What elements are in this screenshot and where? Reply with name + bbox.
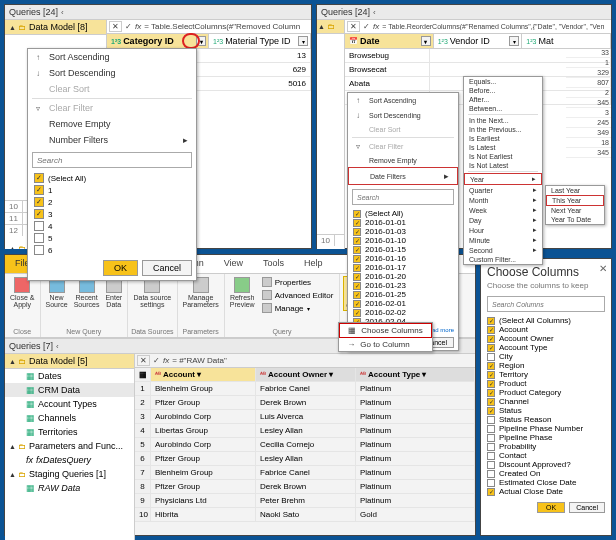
choose-columns-item[interactable]: ▦Choose Columns [339,323,432,338]
column-item[interactable]: Contact [487,451,605,460]
filter-item[interactable]: ✓2016-01-25 [352,290,454,299]
data-model-folder[interactable]: ▲🗀Data Model [8] [5,20,106,35]
filter-item[interactable]: ✓2016-01-03 [352,227,454,236]
column-item[interactable]: ✓Territory [487,370,605,379]
formula-bar[interactable]: ✕✓fx= #"RAW Data" [135,354,475,368]
table-row[interactable]: 10HibritaNaoki SatoGold [135,508,475,522]
chevron-left-icon[interactable]: ‹ [56,342,59,351]
close-icon[interactable]: ✕ [109,21,122,32]
filter-item[interactable]: ✓2016-01-01 [352,218,454,227]
table-row[interactable]: 2Pfizer GroupDerek BrownPlatinum [135,396,475,410]
column-mat[interactable]: 1²3Mat [522,34,611,48]
formula-bar[interactable]: ✕✓fx= Table.ReorderColumns(#"Renamed Col… [345,20,611,34]
advanced-editor-btn[interactable]: Advanced Editor [259,289,337,301]
filter-search[interactable] [352,189,454,205]
query-channels[interactable]: ▦Channels [5,411,134,425]
date-filters[interactable]: Date Filters▸ [348,167,458,185]
clear-sort[interactable]: Clear Sort [28,81,196,97]
filter-item[interactable]: ✓2016-02-01 [352,299,454,308]
table-row[interactable]: 6Pfizer GroupLesley AllanPlatinum [135,452,475,466]
raw-data-query[interactable]: ▦RAW Data [5,481,134,495]
year-year-to-date[interactable]: Year To Date [546,215,604,224]
filter-item[interactable]: ✓2016-01-15 [352,245,454,254]
fx-dates-query[interactable]: fxfxDatesQuery [5,453,134,467]
col-type[interactable]: ᴬᴮAccount Type▾ [356,368,475,381]
sort-desc[interactable]: ↓Sort Descending [348,108,458,123]
go-to-column-item[interactable]: →Go to Column [339,338,432,351]
date-filter-hour[interactable]: Hour▸ [464,225,542,235]
number-filters[interactable]: Number Filters▸ [28,132,196,148]
filter-dropdown-icon[interactable]: ▾ [196,36,206,46]
table-row[interactable]: 4Libertas GroupLesley AllanPlatinum [135,424,475,438]
table-row[interactable]: 5Aurobindo CorpCecilia CornejoPlatinum [135,438,475,452]
year-last-year[interactable]: Last Year [546,186,604,195]
table-row[interactable]: 1Blenheim GroupFabrice CanelPlatinum [135,382,475,396]
cancel-button[interactable]: Cancel [569,502,605,513]
column-date[interactable]: 📅Date▾ [345,34,434,48]
staging-folder[interactable]: ▲🗀Staging Queries [1] [5,467,134,481]
formula-bar[interactable]: ✕✓fx= Table.SelectColumns(#"Removed Colu… [107,20,311,34]
column-item[interactable]: ✓Account Type [487,343,605,352]
refresh-preview-btn[interactable]: Refresh Preview [228,276,257,314]
table-row[interactable]: 9Physicians LtdPeter BrehmPlatinum [135,494,475,508]
query-crm[interactable]: ▦CRM Data [5,383,134,397]
filter-item[interactable]: ✓2016-02-02 [352,308,454,317]
filter-item[interactable]: ✓2016-01-17 [352,263,454,272]
year-this-year[interactable]: This Year [546,195,604,206]
cancel-button[interactable]: Cancel [142,260,192,276]
date-filter-month[interactable]: Month▸ [464,195,542,205]
table-row[interactable]: 7Blenheim GroupFabrice CanelPlatinum [135,466,475,480]
filter-item[interactable]: 5 [32,232,192,244]
ok-button[interactable]: OK [103,260,138,276]
column-item[interactable]: Probability [487,442,605,451]
column-item[interactable]: ✓(Select All Columns) [487,316,605,325]
clear-filter[interactable]: ▿Clear Filter [348,139,458,154]
close-icon[interactable]: ✕ [599,263,607,274]
date-filter-isnotlatest[interactable]: Is Not Latest [464,161,542,170]
column-item[interactable]: ✓Actual Close Date [487,487,605,496]
column-material-type[interactable]: 1²3Material Type ID▾ [209,34,311,48]
col-owner[interactable]: ᴬᴮAccount Owner▾ [256,368,356,381]
filter-item[interactable]: ✓1 [32,184,192,196]
filter-dropdown-icon[interactable]: ▾ [298,36,308,46]
column-item[interactable]: City [487,352,605,361]
column-item[interactable]: Estimated Close Date [487,478,605,487]
tab-tools[interactable]: Tools [253,255,294,273]
date-filter-second[interactable]: Second▸ [464,245,542,255]
column-item[interactable]: Created On [487,469,605,478]
query-dates[interactable]: ▦Dates [5,369,134,383]
date-filter-isearliest[interactable]: Is Earliest [464,134,542,143]
date-filter-year[interactable]: Year▸ [464,173,542,185]
year-next-year[interactable]: Next Year [546,206,604,215]
column-item[interactable]: Pipeline Phase [487,433,605,442]
filter-dropdown-icon[interactable]: ▾ [421,36,431,46]
date-filter-quarter[interactable]: Quarter▸ [464,185,542,195]
filter-item[interactable]: ✓2016-01-23 [352,281,454,290]
column-item[interactable]: Status Reason [487,415,605,424]
column-item[interactable]: ✓Channel [487,397,605,406]
column-item[interactable]: Pipeline Phase Number [487,424,605,433]
date-filter-day[interactable]: Day▸ [464,215,542,225]
properties-btn[interactable]: Properties [259,276,337,288]
query-territories[interactable]: ▦Territories [5,425,134,439]
tab-help[interactable]: Help [294,255,333,273]
column-item[interactable]: ✓Product Category [487,388,605,397]
filter-item[interactable]: ✓2016-01-20 [352,272,454,281]
tab-view[interactable]: View [214,255,253,273]
table-row[interactable]: 8Pfizer GroupDerek BrownPlatinum [135,480,475,494]
chevron-left-icon[interactable]: ‹ [373,8,376,17]
date-filter-between[interactable]: Between... [464,104,542,113]
filter-item[interactable]: ✓2016-01-10 [352,236,454,245]
remove-empty[interactable]: Remove Empty [348,154,458,167]
sort-asc[interactable]: ↑Sort Ascending [348,93,458,108]
clear-filter[interactable]: ▿Clear Filter [28,100,196,116]
date-filter-equals[interactable]: Equals... [464,77,542,86]
filter-item[interactable]: ✓2 [32,196,192,208]
manage-btn[interactable]: Manage ▾ [259,302,337,314]
remove-empty[interactable]: Remove Empty [28,116,196,132]
column-item[interactable]: Discount Approved? [487,460,605,469]
filter-search[interactable] [32,152,192,168]
column-item[interactable]: ✓Status [487,406,605,415]
filter-item[interactable]: ✓2016-01-16 [352,254,454,263]
query-account-types[interactable]: ▦Account Types [5,397,134,411]
